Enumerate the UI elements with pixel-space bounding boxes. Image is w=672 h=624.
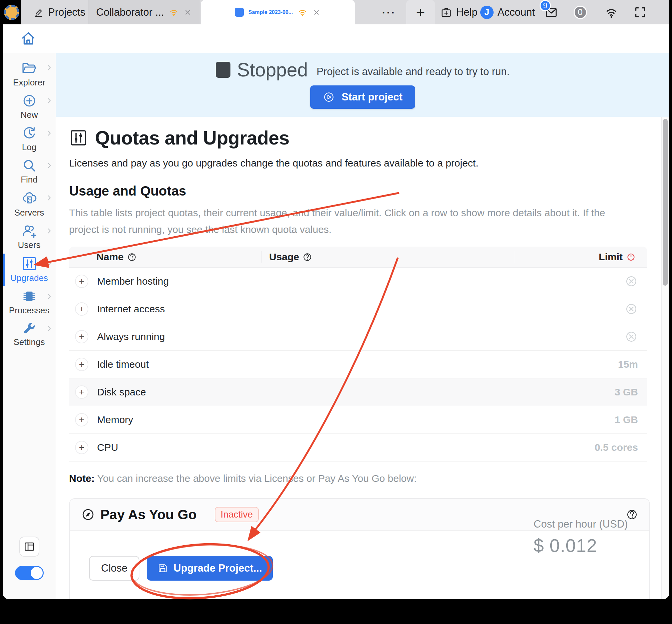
- question-circle-icon[interactable]: [127, 252, 137, 262]
- toggle-knob: [31, 567, 43, 579]
- account-button[interactable]: J Account: [480, 0, 535, 24]
- wrench-icon: [22, 321, 37, 336]
- expand-row-button[interactable]: +: [75, 441, 88, 454]
- question-circle-icon[interactable]: [302, 252, 312, 262]
- sidebar-item-label: Explorer: [13, 77, 45, 88]
- table-row-memory[interactable]: + Memory 1 GB: [69, 406, 647, 434]
- sidebar-item-servers[interactable]: Servers: [3, 190, 56, 218]
- sidebar-item-label: Log: [22, 142, 36, 153]
- cocalc-logo[interactable]: [3, 0, 21, 24]
- layout-panel-button[interactable]: [19, 537, 39, 556]
- quota-name: Internet access: [97, 303, 165, 315]
- help-label: Help: [456, 6, 478, 18]
- history-clock-icon: [22, 126, 37, 141]
- sidebar-item-log[interactable]: Log: [3, 126, 56, 153]
- close-tab-icon[interactable]: [183, 8, 192, 17]
- section-title: Usage and Quotas: [69, 184, 669, 199]
- chevron-right-icon: [46, 64, 53, 71]
- section-description: This table lists project quotas, their c…: [69, 205, 633, 238]
- home-icon: [20, 30, 37, 47]
- x-circle-icon: [625, 330, 638, 343]
- cloud-server-icon: [21, 190, 37, 206]
- chevron-right-icon: [46, 98, 53, 104]
- sidebar-item-processes[interactable]: Processes: [3, 289, 56, 316]
- sidebar-item-label: Upgrades: [10, 273, 48, 283]
- plus-circle-icon: [22, 93, 37, 108]
- tab-sample-active[interactable]: Sample 2023-06...: [201, 0, 355, 24]
- sidebar-item-upgrades[interactable]: Upgrades: [3, 256, 56, 283]
- table-row-disk-space[interactable]: + Disk space 3 GB: [69, 379, 647, 406]
- table-row-cpu[interactable]: + CPU 0.5 cores: [69, 434, 647, 462]
- network-status-button[interactable]: [604, 5, 618, 19]
- table-row-always-running[interactable]: + Always running: [69, 323, 647, 351]
- sidebar-toggle-switch[interactable]: [15, 566, 44, 580]
- payg-body: Close Upgrade Project... Cost per hour (…: [70, 530, 649, 581]
- sidebar-item-label: Servers: [14, 208, 44, 218]
- messages-button[interactable]: 9: [544, 0, 559, 24]
- start-project-button[interactable]: Start project: [310, 85, 415, 109]
- table-row-idle-timeout[interactable]: + Idle timeout 15m: [69, 351, 647, 379]
- fullscreen-button[interactable]: [634, 6, 647, 19]
- note-text: Note: You can increase the above limits …: [69, 473, 669, 484]
- chevron-right-icon: [46, 130, 53, 136]
- quota-name: Idle timeout: [97, 359, 149, 370]
- medkit-icon: [440, 6, 452, 18]
- sidebar-item-find[interactable]: Find: [3, 158, 56, 185]
- edit-pencil-icon: [33, 7, 44, 18]
- new-tab-button[interactable]: +: [406, 0, 435, 24]
- power-icon: [626, 252, 636, 262]
- sidebar-item-explorer[interactable]: Explorer: [3, 60, 56, 88]
- x-circle-icon: [625, 302, 638, 316]
- project-status-message: Project is available and ready to try to…: [317, 62, 510, 78]
- stopped-square-icon: [216, 62, 231, 78]
- close-tab-icon[interactable]: [312, 8, 321, 17]
- sidebar-item-new[interactable]: New: [3, 93, 56, 120]
- table-row-member-hosting[interactable]: + Member hosting: [69, 268, 647, 295]
- table-row-internet-access[interactable]: + Internet access: [69, 295, 647, 323]
- connection-wifi-icon: [169, 7, 179, 17]
- compass-icon: [81, 508, 95, 522]
- sidebar-item-settings[interactable]: Settings: [3, 321, 56, 347]
- page-intro: Licenses and pay as you go upgrades chan…: [69, 157, 669, 169]
- quota-limit-value: 1 GB: [615, 414, 638, 425]
- tab-collaborator-label: Collaborator ...: [96, 6, 164, 18]
- projects-label: Projects: [48, 6, 85, 18]
- help-button[interactable]: Help: [440, 0, 478, 24]
- more-tabs-button[interactable]: ⋯: [381, 0, 396, 24]
- tab-collaborator[interactable]: Collaborator ...: [88, 0, 200, 24]
- project-sidebar: Explorer New Log Find Servers: [3, 53, 56, 599]
- column-header-usage: Usage: [262, 251, 514, 263]
- cocalc-logo-icon: [4, 5, 19, 20]
- quota-limit-value: 3 GB: [615, 386, 638, 398]
- cost-value: $ 0.012: [534, 535, 628, 556]
- close-button[interactable]: Close: [89, 556, 139, 581]
- home-strip: [3, 24, 669, 53]
- connection-wifi-icon: [297, 7, 307, 17]
- quota-table: Name Usage Limit +: [69, 246, 647, 462]
- page-title: Quotas and Upgrades: [95, 127, 290, 149]
- chevron-right-icon: [46, 326, 53, 332]
- project-status-text: Stopped: [237, 59, 308, 81]
- scrollbar-thumb[interactable]: [663, 119, 668, 286]
- status-badge-inactive: Inactive: [215, 507, 259, 522]
- upgrade-project-button[interactable]: Upgrade Project...: [147, 556, 272, 581]
- sliders-icon: [21, 256, 37, 271]
- projects-button[interactable]: Projects: [33, 0, 85, 24]
- notifications-badge[interactable]: 0: [574, 6, 587, 19]
- app-window: Projects Collaborator ... Sample 2023-06…: [3, 0, 669, 599]
- start-project-label: Start project: [342, 91, 403, 103]
- quota-limit-value: 0.5 cores: [595, 442, 638, 453]
- sidebar-item-label: New: [20, 110, 38, 120]
- expand-row-button[interactable]: +: [75, 275, 88, 288]
- selected-indicator: [3, 254, 5, 286]
- expand-row-button[interactable]: +: [75, 302, 88, 316]
- sidebar-item-users[interactable]: Users: [3, 223, 56, 250]
- payg-title: Pay As You Go: [100, 507, 197, 523]
- expand-row-button[interactable]: +: [75, 413, 88, 426]
- expand-row-button[interactable]: +: [75, 358, 88, 371]
- upgrade-project-label: Upgrade Project...: [173, 562, 262, 574]
- search-icon: [22, 158, 37, 173]
- home-button[interactable]: [20, 30, 37, 47]
- expand-row-button[interactable]: +: [75, 330, 88, 343]
- expand-row-button[interactable]: +: [75, 385, 88, 399]
